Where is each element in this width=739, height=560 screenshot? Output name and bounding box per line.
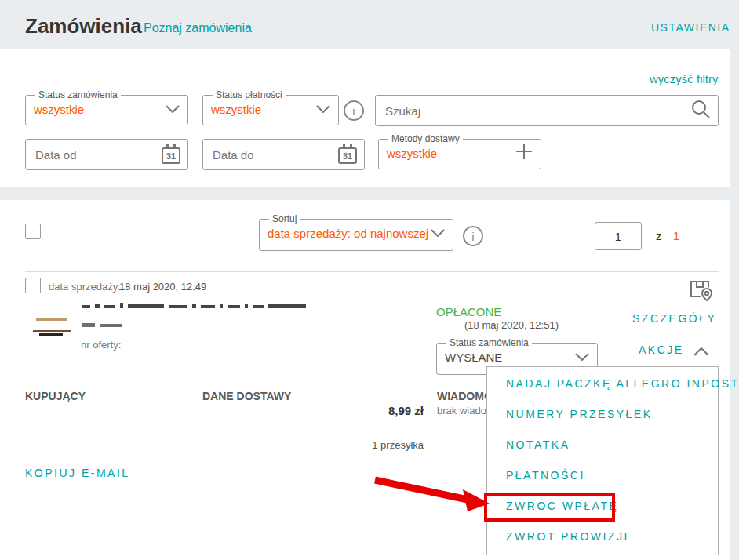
- search-icon[interactable]: [690, 99, 711, 122]
- menu-item-numery-przesylek[interactable]: NUMERY PRZESYŁEK: [487, 398, 718, 429]
- last-page-link[interactable]: 1: [673, 229, 679, 242]
- package-tracking-icon[interactable]: [687, 275, 715, 306]
- order-price: 8,99 zł: [337, 404, 424, 417]
- page-separator: z: [656, 229, 662, 242]
- sale-date-label: data sprzedaży:: [49, 281, 121, 293]
- menu-item-notatka[interactable]: NOTATKA: [487, 429, 718, 460]
- chevron-down-icon: [166, 102, 180, 116]
- settings-link[interactable]: USTAWIENIA: [651, 21, 730, 34]
- payment-status-filter-label: Status płatności: [213, 89, 286, 100]
- calendar-icon[interactable]: 31: [338, 145, 357, 164]
- plus-icon: [515, 143, 533, 163]
- select-all-checkbox[interactable]: [25, 224, 41, 239]
- details-link[interactable]: SZCZEGÓŁY: [632, 312, 716, 325]
- payment-date: (18 maj 2020, 12:51): [464, 319, 559, 331]
- payment-status-filter[interactable]: Status płatności wszystkie: [202, 89, 339, 125]
- date-from-field: 31: [25, 139, 188, 170]
- sort-label: Sortuj: [269, 213, 300, 224]
- actions-link[interactable]: AKCJE: [639, 344, 684, 356]
- delivery-methods-filter[interactable]: Metody dostawy wszystkie: [378, 133, 541, 169]
- chevron-up-icon[interactable]: [693, 345, 709, 359]
- payment-status-filter-value: wszystkie: [211, 103, 261, 116]
- chevron-down-icon: [316, 102, 330, 116]
- actions-menu: NADAJ PACZKĘ ALLEGRO INPOST NUMERY PRZES…: [486, 366, 719, 555]
- chevron-down-icon: [431, 226, 445, 240]
- column-buyer: KUPUJĄCY: [25, 390, 86, 402]
- highlight-box: [484, 493, 615, 522]
- order-checkbox[interactable]: [25, 278, 41, 293]
- page-title: Zamówienia: [25, 14, 142, 38]
- delivery-methods-filter-value: wszystkie: [387, 147, 437, 160]
- order-status-select-value: WYSŁANE: [445, 351, 502, 364]
- sort-value: data sprzedaży: od najnowszej: [268, 227, 428, 240]
- delivery-methods-filter-label: Metody dostawy: [388, 133, 463, 144]
- chevron-down-icon: [575, 350, 589, 364]
- search-input[interactable]: [375, 95, 719, 126]
- menu-item-zwrot-prowizji[interactable]: ZWROT PROWIZJI: [487, 521, 718, 551]
- sale-date-value: 18 maj 2020, 12:49: [119, 281, 206, 293]
- order-status-filter-value: wszystkie: [34, 103, 84, 116]
- learn-orders-link[interactable]: Poznaj zamówienia: [144, 21, 252, 35]
- date-to-field: 31: [202, 139, 365, 170]
- column-delivery: DANE DOSTAWY: [202, 390, 291, 402]
- sort-select[interactable]: Sortuj data sprzedaży: od najnowszej: [259, 213, 453, 251]
- search-field: [375, 95, 719, 126]
- orders-page: Zamówienia Poznaj zamówienia USTAWIENIA …: [0, 0, 739, 560]
- payment-status-badge: OPŁACONE: [436, 305, 501, 318]
- shipment-count: 1 przesyłka: [337, 439, 424, 451]
- order-status-filter[interactable]: Status zamówienia wszystkie: [25, 89, 188, 125]
- calendar-icon[interactable]: 31: [162, 145, 180, 164]
- redacted-product-line: [82, 322, 126, 327]
- row-divider: [25, 271, 719, 272]
- menu-item-nadaj-paczke[interactable]: NADAJ PACZKĘ ALLEGRO INPOST: [487, 368, 718, 398]
- order-status-filter-label: Status zamówienia: [35, 89, 121, 100]
- copy-email-link[interactable]: KOPIUJ E-MAIL: [25, 467, 130, 479]
- page-number-input[interactable]: [595, 222, 642, 250]
- info-icon[interactable]: i: [344, 100, 364, 121]
- product-thumbnail[interactable]: [31, 309, 72, 344]
- info-icon[interactable]: i: [463, 226, 483, 246]
- clear-filters-link[interactable]: wyczyść filtry: [650, 72, 719, 85]
- menu-item-platnosci[interactable]: PŁATNOŚCI: [487, 460, 718, 490]
- order-status-select-label: Status zamówienia: [446, 337, 532, 348]
- redacted-product-title: [82, 302, 311, 308]
- offer-number-label: nr oferty:: [81, 339, 121, 351]
